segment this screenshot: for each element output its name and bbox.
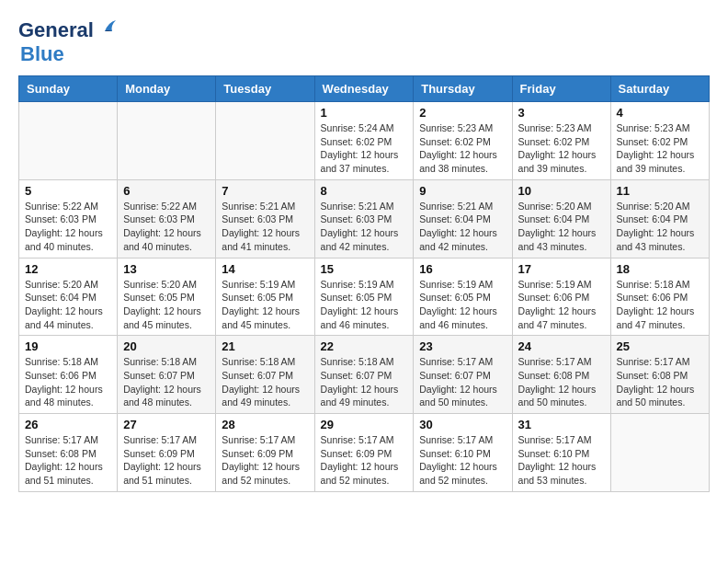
calendar-cell: 26Sunrise: 5:17 AM Sunset: 6:08 PM Dayli… <box>19 414 118 492</box>
day-number: 4 <box>617 106 703 120</box>
col-header-sunday: Sunday <box>19 76 118 102</box>
day-number: 25 <box>617 339 703 353</box>
day-number: 8 <box>321 184 408 198</box>
day-number: 19 <box>25 339 111 353</box>
day-info: Sunrise: 5:17 AM Sunset: 6:07 PM Dayligh… <box>419 355 506 409</box>
calendar-cell <box>19 102 118 180</box>
day-info: Sunrise: 5:23 AM Sunset: 6:02 PM Dayligh… <box>617 121 703 176</box>
day-info: Sunrise: 5:20 AM Sunset: 6:05 PM Dayligh… <box>123 278 210 332</box>
day-info: Sunrise: 5:18 AM Sunset: 6:07 PM Dayligh… <box>123 355 210 409</box>
day-number: 21 <box>222 339 308 353</box>
day-number: 12 <box>25 262 111 276</box>
day-info: Sunrise: 5:19 AM Sunset: 6:05 PM Dayligh… <box>419 278 506 332</box>
day-info: Sunrise: 5:23 AM Sunset: 6:02 PM Dayligh… <box>518 121 605 176</box>
calendar-cell: 7Sunrise: 5:21 AM Sunset: 6:03 PM Daylig… <box>216 179 314 258</box>
calendar-week-5: 26Sunrise: 5:17 AM Sunset: 6:08 PM Dayli… <box>19 414 710 492</box>
calendar-cell: 13Sunrise: 5:20 AM Sunset: 6:05 PM Dayli… <box>118 258 216 336</box>
day-info: Sunrise: 5:23 AM Sunset: 6:02 PM Dayligh… <box>419 121 506 176</box>
day-info: Sunrise: 5:19 AM Sunset: 6:05 PM Dayligh… <box>222 278 308 332</box>
day-number: 27 <box>123 418 210 431</box>
day-number: 14 <box>222 262 308 276</box>
calendar-cell: 27Sunrise: 5:17 AM Sunset: 6:09 PM Dayli… <box>118 414 216 492</box>
day-info: Sunrise: 5:17 AM Sunset: 6:08 PM Dayligh… <box>518 355 605 409</box>
day-number: 20 <box>123 339 210 353</box>
day-number: 15 <box>321 262 408 276</box>
calendar-table: SundayMondayTuesdayWednesdayThursdayFrid… <box>18 75 710 492</box>
col-header-monday: Monday <box>118 76 216 102</box>
col-header-thursday: Thursday <box>414 76 512 102</box>
calendar-cell: 28Sunrise: 5:17 AM Sunset: 6:09 PM Dayli… <box>216 414 314 492</box>
calendar-cell <box>118 102 216 180</box>
calendar-week-1: 1Sunrise: 5:24 AM Sunset: 6:02 PM Daylig… <box>19 102 710 180</box>
day-info: Sunrise: 5:18 AM Sunset: 6:06 PM Dayligh… <box>25 355 111 409</box>
calendar-week-3: 12Sunrise: 5:20 AM Sunset: 6:04 PM Dayli… <box>19 258 710 336</box>
calendar-week-4: 19Sunrise: 5:18 AM Sunset: 6:06 PM Dayli… <box>19 336 710 414</box>
day-info: Sunrise: 5:17 AM Sunset: 6:09 PM Dayligh… <box>321 433 408 488</box>
day-info: Sunrise: 5:17 AM Sunset: 6:08 PM Dayligh… <box>25 433 111 488</box>
col-header-tuesday: Tuesday <box>216 76 314 102</box>
calendar-cell: 10Sunrise: 5:20 AM Sunset: 6:04 PM Dayli… <box>512 179 610 258</box>
calendar-cell <box>216 102 314 180</box>
calendar-cell: 22Sunrise: 5:18 AM Sunset: 6:07 PM Dayli… <box>314 336 414 414</box>
calendar-cell: 18Sunrise: 5:18 AM Sunset: 6:06 PM Dayli… <box>610 258 709 336</box>
calendar-cell: 12Sunrise: 5:20 AM Sunset: 6:04 PM Dayli… <box>19 258 118 336</box>
calendar-cell: 20Sunrise: 5:18 AM Sunset: 6:07 PM Dayli… <box>118 336 216 414</box>
calendar-cell: 14Sunrise: 5:19 AM Sunset: 6:05 PM Dayli… <box>216 258 314 336</box>
logo-bird-icon <box>97 18 118 39</box>
day-info: Sunrise: 5:18 AM Sunset: 6:06 PM Dayligh… <box>617 278 703 332</box>
calendar-cell: 15Sunrise: 5:19 AM Sunset: 6:05 PM Dayli… <box>314 258 414 336</box>
col-header-wednesday: Wednesday <box>314 76 414 102</box>
day-number: 24 <box>518 339 605 353</box>
day-info: Sunrise: 5:18 AM Sunset: 6:07 PM Dayligh… <box>222 355 308 409</box>
calendar-cell: 2Sunrise: 5:23 AM Sunset: 6:02 PM Daylig… <box>414 102 512 180</box>
calendar-cell: 4Sunrise: 5:23 AM Sunset: 6:02 PM Daylig… <box>610 102 709 180</box>
day-info: Sunrise: 5:24 AM Sunset: 6:02 PM Dayligh… <box>321 121 408 176</box>
calendar-cell: 21Sunrise: 5:18 AM Sunset: 6:07 PM Dayli… <box>216 336 314 414</box>
day-number: 9 <box>419 184 506 198</box>
logo-blue: Blue <box>20 42 64 65</box>
day-info: Sunrise: 5:19 AM Sunset: 6:06 PM Dayligh… <box>518 278 605 332</box>
day-number: 26 <box>25 418 111 431</box>
calendar-header-row: SundayMondayTuesdayWednesdayThursdayFrid… <box>19 76 710 102</box>
col-header-friday: Friday <box>512 76 610 102</box>
calendar-cell: 25Sunrise: 5:17 AM Sunset: 6:08 PM Dayli… <box>610 336 709 414</box>
calendar-cell: 29Sunrise: 5:17 AM Sunset: 6:09 PM Dayli… <box>314 414 414 492</box>
calendar-cell: 5Sunrise: 5:22 AM Sunset: 6:03 PM Daylig… <box>19 179 118 258</box>
day-number: 2 <box>419 106 506 120</box>
day-number: 3 <box>518 106 605 120</box>
day-number: 18 <box>617 262 703 276</box>
day-number: 23 <box>419 339 506 353</box>
day-info: Sunrise: 5:17 AM Sunset: 6:10 PM Dayligh… <box>419 433 506 488</box>
calendar-cell: 11Sunrise: 5:20 AM Sunset: 6:04 PM Dayli… <box>610 179 709 258</box>
calendar-cell: 8Sunrise: 5:21 AM Sunset: 6:03 PM Daylig… <box>314 179 414 258</box>
calendar-cell: 23Sunrise: 5:17 AM Sunset: 6:07 PM Dayli… <box>414 336 512 414</box>
day-number: 11 <box>617 184 703 198</box>
calendar-week-2: 5Sunrise: 5:22 AM Sunset: 6:03 PM Daylig… <box>19 179 710 258</box>
calendar-cell: 31Sunrise: 5:17 AM Sunset: 6:10 PM Dayli… <box>512 414 610 492</box>
calendar-cell: 6Sunrise: 5:22 AM Sunset: 6:03 PM Daylig… <box>118 179 216 258</box>
day-info: Sunrise: 5:18 AM Sunset: 6:07 PM Dayligh… <box>321 355 408 409</box>
calendar-cell: 9Sunrise: 5:21 AM Sunset: 6:04 PM Daylig… <box>414 179 512 258</box>
calendar-cell: 19Sunrise: 5:18 AM Sunset: 6:06 PM Dayli… <box>19 336 118 414</box>
day-info: Sunrise: 5:19 AM Sunset: 6:05 PM Dayligh… <box>321 278 408 332</box>
day-number: 6 <box>123 184 210 198</box>
day-number: 22 <box>321 339 408 353</box>
day-number: 10 <box>518 184 605 198</box>
day-info: Sunrise: 5:21 AM Sunset: 6:03 PM Dayligh… <box>222 200 308 254</box>
day-info: Sunrise: 5:17 AM Sunset: 6:09 PM Dayligh… <box>123 433 210 488</box>
day-number: 29 <box>321 418 408 431</box>
calendar-cell: 3Sunrise: 5:23 AM Sunset: 6:02 PM Daylig… <box>512 102 610 180</box>
day-info: Sunrise: 5:21 AM Sunset: 6:03 PM Dayligh… <box>321 200 408 254</box>
calendar-cell: 1Sunrise: 5:24 AM Sunset: 6:02 PM Daylig… <box>314 102 414 180</box>
calendar-cell: 24Sunrise: 5:17 AM Sunset: 6:08 PM Dayli… <box>512 336 610 414</box>
calendar-cell: 17Sunrise: 5:19 AM Sunset: 6:06 PM Dayli… <box>512 258 610 336</box>
day-info: Sunrise: 5:21 AM Sunset: 6:04 PM Dayligh… <box>419 200 506 254</box>
day-number: 7 <box>222 184 308 198</box>
day-number: 16 <box>419 262 506 276</box>
day-number: 30 <box>419 418 506 431</box>
day-info: Sunrise: 5:20 AM Sunset: 6:04 PM Dayligh… <box>518 200 605 254</box>
day-number: 1 <box>321 106 408 120</box>
calendar-cell <box>610 414 709 492</box>
day-info: Sunrise: 5:22 AM Sunset: 6:03 PM Dayligh… <box>123 200 210 254</box>
day-number: 13 <box>123 262 210 276</box>
